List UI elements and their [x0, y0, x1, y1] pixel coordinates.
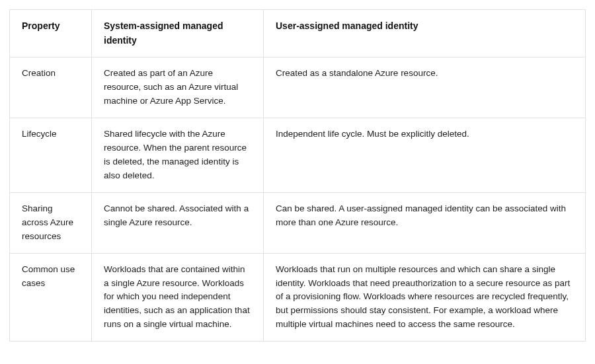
header-property: Property: [10, 10, 92, 57]
cell-property: Creation: [10, 57, 92, 118]
table-row: Sharing across Azure resources Cannot be…: [10, 192, 586, 253]
identity-comparison-table: Property System-assigned managed identit…: [9, 9, 586, 342]
cell-system: Created as part of an Azure resource, su…: [92, 57, 264, 118]
header-user: User-assigned managed identity: [264, 10, 586, 57]
table-header-row: Property System-assigned managed identit…: [10, 10, 586, 57]
cell-user: Created as a standalone Azure resource.: [264, 57, 586, 118]
table-row: Lifecycle Shared lifecycle with the Azur…: [10, 118, 586, 193]
cell-property: Common use cases: [10, 253, 92, 342]
cell-user: Workloads that run on multiple resources…: [264, 253, 586, 342]
cell-user: Independent life cycle. Must be explicit…: [264, 118, 586, 193]
cell-property: Lifecycle: [10, 118, 92, 193]
table-row: Common use cases Workloads that are cont…: [10, 253, 586, 342]
cell-user: Can be shared. A user-assigned managed i…: [264, 192, 586, 253]
cell-system: Cannot be shared. Associated with a sing…: [92, 192, 264, 253]
header-system: System-assigned managed identity: [92, 10, 264, 57]
cell-property: Sharing across Azure resources: [10, 192, 92, 253]
table-row: Creation Created as part of an Azure res…: [10, 57, 586, 118]
cell-system: Shared lifecycle with the Azure resource…: [92, 118, 264, 193]
cell-system: Workloads that are contained within a si…: [92, 253, 264, 342]
